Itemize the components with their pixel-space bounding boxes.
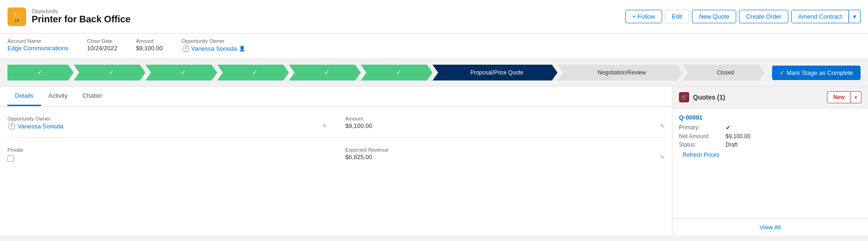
stage-proposal[interactable]: Proposal/Price Quote — [433, 65, 557, 80]
new-quote-dropdown-button[interactable]: ▾ — [851, 91, 861, 103]
amend-contract-dropdown[interactable]: ▾ — [849, 10, 861, 23]
info-fields: Account Name Edge Communications Close D… — [7, 38, 861, 52]
details-row-1: Opportunity Owner 🕐 Vanessa Sonoda ✎ Amo… — [7, 114, 665, 138]
expected-revenue-value-row: $6,825.00 ✎ — [346, 154, 665, 161]
amend-contract-button[interactable]: Amend Contract — [791, 10, 849, 23]
stage-5[interactable]: ✓ — [289, 65, 361, 80]
amount-label: Amount — [136, 38, 163, 44]
amount-detail-field: Amount $9,100.00 ✎ — [346, 114, 665, 132]
expected-revenue-label: Expected Revenue — [346, 147, 665, 153]
header-actions: + Follow Edit New Quote Create Order Ame… — [625, 10, 861, 23]
net-amount-label: Net Amount: — [679, 133, 726, 140]
status-value: Draft — [726, 141, 738, 148]
details-content: Opportunity Owner 🕐 Vanessa Sonoda ✎ Amo… — [0, 107, 672, 186]
quote-status-row: Status: Draft — [679, 141, 861, 148]
owner-field: Opportunity Owner 🕐 Vanessa Sonoda 👤 — [182, 38, 245, 52]
stage-6[interactable]: ✓ — [361, 65, 433, 80]
new-quote-panel-button[interactable]: New — [827, 91, 851, 103]
owner-extra-icon: 👤 — [239, 46, 245, 52]
close-date-label: Close Date — [87, 38, 117, 44]
private-field: Private — [7, 145, 327, 165]
create-order-button[interactable]: Create Order — [739, 10, 788, 23]
tab-details[interactable]: Details — [7, 87, 41, 106]
primary-label: Primary: — [679, 124, 726, 131]
opp-owner-value-row: 🕐 Vanessa Sonoda ✎ — [7, 122, 327, 130]
close-date-field: Close Date 10/24/2022 — [87, 38, 117, 52]
record-name: Printer for Back Office — [32, 14, 130, 25]
page-header: 🏆 Opportunity Printer for Back Office + … — [0, 0, 868, 33]
stage-4[interactable]: ✓ — [217, 65, 289, 80]
quotes-icon: 🛒 — [679, 92, 689, 102]
view-all-link[interactable]: View All — [760, 224, 780, 231]
left-panel: Details Activity Chatter Opportunity Own… — [0, 87, 672, 235]
stage-negotiation[interactable]: Negotiation/Review — [557, 65, 682, 80]
owner-name[interactable]: Vanessa Sonoda — [191, 45, 237, 52]
view-all-bar: View All — [672, 219, 868, 235]
app-icon: 🏆 — [7, 7, 26, 26]
primary-check: ✔ — [726, 124, 731, 131]
account-name-field: Account Name Edge Communications — [7, 38, 68, 52]
quotes-panel-actions: New ▾ — [827, 91, 861, 103]
expected-revenue-edit-icon[interactable]: ✎ — [660, 154, 665, 161]
tab-activity[interactable]: Activity — [41, 87, 75, 106]
amount-detail-label: Amount — [346, 116, 665, 121]
edit-button[interactable]: Edit — [665, 10, 689, 23]
record-type: Opportunity — [32, 8, 130, 14]
private-checkbox[interactable] — [7, 155, 14, 162]
mark-stage-complete-button[interactable]: ✓ Mark Stage as Complete — [772, 66, 861, 80]
owner-edit-icon[interactable]: ✎ — [322, 123, 327, 129]
stage-2[interactable]: ✓ — [74, 65, 145, 80]
stage-1[interactable]: ✓ — [7, 65, 74, 80]
tab-chatter[interactable]: Chatter — [75, 87, 110, 106]
expected-revenue-field: Expected Revenue $6,825.00 ✎ — [346, 145, 665, 165]
refresh-prices-button[interactable]: Refresh Prices — [679, 150, 723, 160]
main-content: Details Activity Chatter Opportunity Own… — [0, 87, 868, 235]
quotes-panel-header: 🛒 Quotes (1) New ▾ — [672, 87, 868, 108]
amount-detail-value: $9,100.00 — [346, 122, 373, 129]
quote-net-amount-row: Net Amount: $9,100.00 — [679, 133, 861, 140]
account-name-value[interactable]: Edge Communications — [7, 45, 68, 52]
quotes-panel-content: Q-00001 Primary: ✔ Net Amount: $9,100.00… — [672, 108, 868, 166]
amount-edit-icon[interactable]: ✎ — [660, 123, 665, 129]
info-bar: Account Name Edge Communications Close D… — [0, 33, 868, 59]
opp-owner-value[interactable]: Vanessa Sonoda — [18, 123, 63, 130]
quotes-panel-title: 🛒 Quotes (1) — [679, 92, 725, 102]
quotes-title-text: Quotes (1) — [693, 94, 725, 101]
header-left: 🏆 Opportunity Printer for Back Office — [7, 7, 130, 26]
opportunity-owner-field: Opportunity Owner 🕐 Vanessa Sonoda ✎ — [7, 114, 327, 132]
amount-field: Amount $9,100.00 — [136, 38, 163, 52]
new-quote-button[interactable]: New Quote — [692, 10, 736, 23]
header-title-group: Opportunity Printer for Back Office — [32, 8, 130, 25]
right-panel: 🛒 Quotes (1) New ▾ Q-00001 Primary: ✔ Ne… — [672, 87, 868, 235]
owner-field-inner: 🕐 Vanessa Sonoda 👤 — [182, 45, 245, 52]
quote-id-link[interactable]: Q-00001 — [679, 114, 703, 121]
details-row-2: Private Expected Revenue $6,825.00 ✎ — [7, 145, 665, 171]
opp-owner-label: Opportunity Owner — [7, 116, 327, 121]
tabs-bar: Details Activity Chatter — [0, 87, 672, 107]
owner-avatar-icon: 🕐 — [182, 45, 190, 52]
stage-3[interactable]: ✓ — [145, 65, 217, 80]
net-amount-value: $9,100.00 — [726, 133, 750, 140]
amount-value: $9,100.00 — [136, 45, 163, 52]
follow-button[interactable]: + Follow — [625, 10, 662, 23]
stage-closed[interactable]: Closed — [682, 65, 765, 80]
quote-details: Primary: ✔ Net Amount: $9,100.00 Status:… — [679, 124, 861, 148]
stage-bar: ✓ ✓ ✓ ✓ ✓ ✓ Proposal/Price Quote Negotia… — [0, 59, 868, 87]
close-date-value: 10/24/2022 — [87, 45, 117, 52]
status-label: Status: — [679, 141, 726, 148]
amend-contract-group: Amend Contract ▾ — [791, 10, 861, 23]
quote-primary-row: Primary: ✔ — [679, 124, 861, 131]
stages-container: ✓ ✓ ✓ ✓ ✓ ✓ Proposal/Price Quote Negotia… — [7, 65, 765, 80]
owner-label: Opportunity Owner — [182, 38, 245, 44]
account-name-label: Account Name — [7, 38, 68, 44]
app-icon-glyph: 🏆 — [12, 12, 22, 22]
private-label: Private — [7, 147, 327, 153]
amount-detail-value-row: $9,100.00 ✎ — [346, 122, 665, 129]
owner-detail-icon: 🕐 — [7, 122, 15, 130]
expected-revenue-value: $6,825.00 — [346, 154, 373, 161]
